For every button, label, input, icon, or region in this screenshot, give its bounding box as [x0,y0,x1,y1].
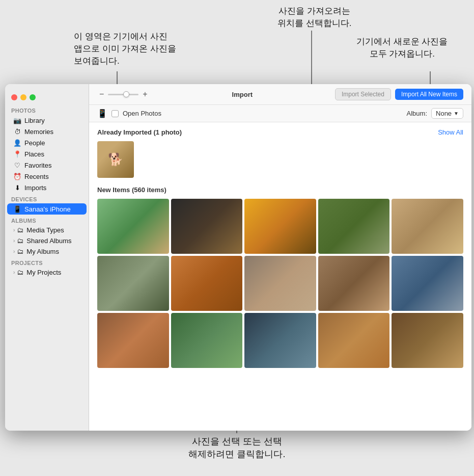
sidebar-section-photos: Photos [5,104,89,115]
sidebar-section-projects: Projects [5,257,89,267]
chevron-icon: › [13,270,15,275]
zoom-slider-thumb [123,91,129,97]
photo-thumb[interactable] [171,199,243,254]
photo-thumb[interactable] [244,313,316,368]
photo-thumb[interactable] [318,313,390,368]
photo-thumb[interactable] [318,199,390,254]
favorites-icon: ♡ [13,161,21,169]
zoom-controls: − + [97,90,150,99]
photo-thumb[interactable] [97,256,169,311]
photo-thumb[interactable] [97,313,169,368]
open-photos-label: Open Photos [123,110,161,117]
photo-thumb[interactable] [171,313,243,368]
sidebar-group-shared-albums[interactable]: › 🗂 Shared Albums [7,235,87,246]
sidebar-section-devices: Devices [5,193,89,203]
phone-icon: 📱 [97,109,107,118]
folder-icon: 🗂 [17,237,23,245]
import-selected-button[interactable]: Import Selected [335,88,391,100]
photo-thumb[interactable] [392,313,463,368]
album-label: Album: [407,110,427,117]
sub-toolbar: 📱 Open Photos Album: None ▼ [89,105,471,122]
main-content: − + Import Import Selected Import All Ne… [89,84,471,431]
photo-thumb[interactable] [318,256,390,311]
chevron-icon: › [13,238,15,244]
people-icon: 👤 [13,139,21,147]
chevron-icon: › [13,227,15,233]
photo-thumb[interactable] [392,199,463,254]
sidebar-group-my-albums[interactable]: › 🗂 My Albums [7,246,87,257]
places-icon: 📍 [13,150,21,158]
sidebar-section-albums: Albums [5,215,89,225]
minimize-button[interactable] [20,94,26,100]
folder-icon: 🗂 [17,226,23,234]
memories-icon: ⏱ [13,127,21,136]
already-imported-grid [97,141,463,178]
zoom-slider[interactable] [108,94,138,95]
sidebar-item-memories[interactable]: ⏱ Memories [7,126,87,137]
chevron-icon: › [13,249,15,254]
folder-icon: 🗂 [17,248,23,255]
photo-thumb[interactable] [244,256,316,311]
sidebar-group-my-projects[interactable]: › 🗂 My Projects [7,267,87,278]
toolbar-title: Import [232,91,253,98]
imports-icon: ⬇ [13,183,21,192]
album-dropdown[interactable]: None ▼ [431,108,463,119]
iphone-icon: 📱 [13,205,21,213]
title-bar [5,89,89,100]
sidebar-item-imports[interactable]: ⬇ Imports [7,182,87,193]
import-all-button[interactable]: Import All New Items [395,89,463,100]
photo-thumb[interactable] [392,256,463,311]
sidebar-item-favorites[interactable]: ♡ Favorites [7,160,87,171]
zoom-in-button[interactable]: + [141,90,149,99]
already-imported-title: Already Imported (1 photo) [97,128,182,136]
sidebar-item-recents[interactable]: ⏰ Recents [7,171,87,182]
already-imported-header: Already Imported (1 photo) Show All [97,128,463,136]
photo-area[interactable]: Already Imported (1 photo) Show All New … [89,122,471,431]
photo-thumb[interactable] [97,199,169,254]
sidebar: Photos 📷 Library ⏱ Memories 👤 People 📍 P… [5,84,89,431]
callout-already-imported: 이 영역은 기기에서 사진 앱으로 이미 가져온 사진을 보여줍니다. [74,31,176,67]
callout-album-location: 사진을 가져오려는 위치를 선택합니다. [277,5,351,30]
maximize-button[interactable] [30,94,36,100]
zoom-out-button[interactable]: − [97,90,106,99]
open-photos-checkbox[interactable] [111,110,119,117]
recents-icon: ⏰ [13,172,21,180]
close-button[interactable] [11,94,17,100]
new-items-title: New Items (560 items) [97,186,463,194]
sidebar-item-iphone[interactable]: 📱 Sanaa's iPhone [7,203,87,215]
album-value: None [436,110,452,117]
library-icon: 📷 [13,116,21,124]
toolbar: − + Import Import Selected Import All Ne… [89,84,471,105]
show-all-link[interactable]: Show All [438,128,463,136]
sidebar-item-library[interactable]: 📷 Library [7,115,87,126]
folder-icon: 🗂 [17,269,23,276]
already-imported-photo[interactable] [97,141,134,178]
dropdown-chevron-icon: ▼ [454,111,459,116]
sidebar-group-media-types[interactable]: › 🗂 Media Types [7,225,87,235]
sidebar-item-people[interactable]: 👤 People [7,137,87,148]
photo-thumb[interactable] [244,199,316,254]
sidebar-item-places[interactable]: 📍 Places [7,148,87,160]
photo-grid [97,199,463,368]
main-window: Photos 📷 Library ⏱ Memories 👤 People 📍 P… [5,84,471,431]
callout-import-all: 기기에서 새로운 사진을 모두 가져옵니다. [356,36,448,60]
photo-thumb[interactable] [171,256,243,311]
callout-click-to-select: 사진을 선택 또는 선택 해제하려면 클릭합니다. [188,435,285,461]
